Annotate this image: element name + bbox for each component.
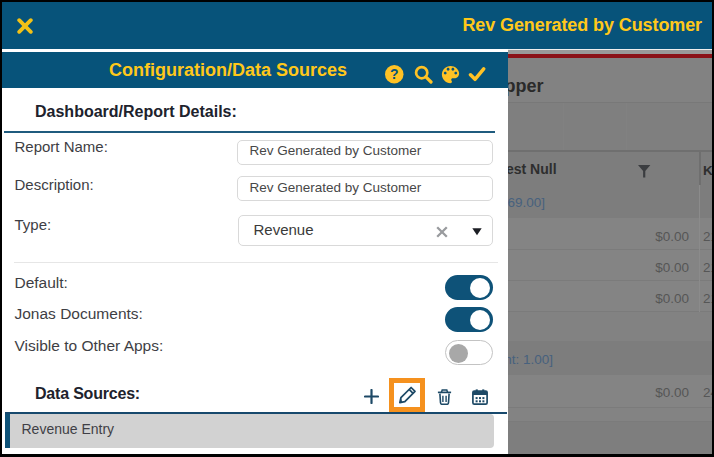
- svg-text:?: ?: [390, 66, 399, 82]
